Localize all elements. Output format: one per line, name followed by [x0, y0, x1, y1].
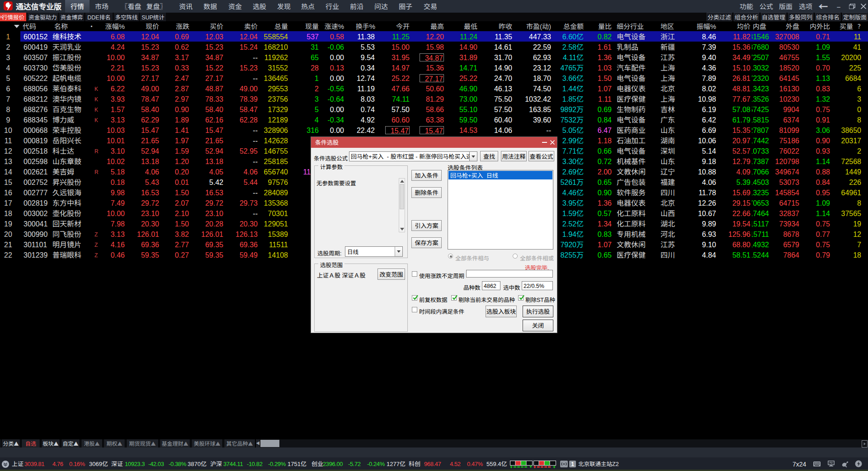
svg-text:1: 1 — [571, 461, 574, 467]
